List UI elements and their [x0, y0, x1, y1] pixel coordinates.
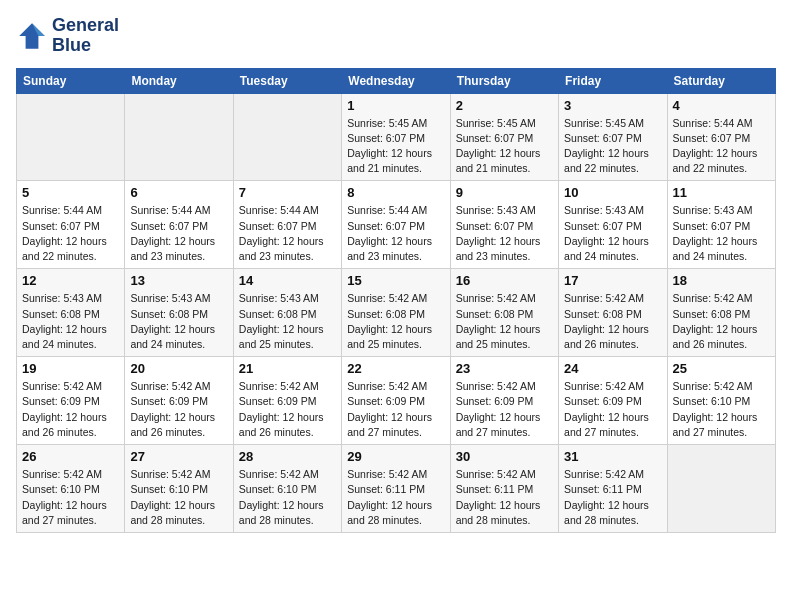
- day-info: Sunrise: 5:42 AM Sunset: 6:11 PM Dayligh…: [456, 467, 553, 528]
- day-info: Sunrise: 5:44 AM Sunset: 6:07 PM Dayligh…: [239, 203, 336, 264]
- day-number: 31: [564, 449, 661, 464]
- day-number: 2: [456, 98, 553, 113]
- day-number: 27: [130, 449, 227, 464]
- calendar-cell: 30Sunrise: 5:42 AM Sunset: 6:11 PM Dayli…: [450, 445, 558, 533]
- day-info: Sunrise: 5:42 AM Sunset: 6:08 PM Dayligh…: [564, 291, 661, 352]
- column-header-sunday: Sunday: [17, 68, 125, 93]
- day-info: Sunrise: 5:43 AM Sunset: 6:08 PM Dayligh…: [22, 291, 119, 352]
- day-info: Sunrise: 5:45 AM Sunset: 6:07 PM Dayligh…: [347, 116, 444, 177]
- day-info: Sunrise: 5:44 AM Sunset: 6:07 PM Dayligh…: [347, 203, 444, 264]
- calendar-week-row: 1Sunrise: 5:45 AM Sunset: 6:07 PM Daylig…: [17, 93, 776, 181]
- page-header: General Blue: [16, 16, 776, 56]
- day-info: Sunrise: 5:43 AM Sunset: 6:07 PM Dayligh…: [456, 203, 553, 264]
- day-number: 17: [564, 273, 661, 288]
- day-number: 14: [239, 273, 336, 288]
- calendar-cell: 5Sunrise: 5:44 AM Sunset: 6:07 PM Daylig…: [17, 181, 125, 269]
- day-number: 26: [22, 449, 119, 464]
- calendar-cell: [125, 93, 233, 181]
- day-info: Sunrise: 5:42 AM Sunset: 6:08 PM Dayligh…: [456, 291, 553, 352]
- day-info: Sunrise: 5:43 AM Sunset: 6:07 PM Dayligh…: [673, 203, 770, 264]
- day-number: 1: [347, 98, 444, 113]
- calendar-cell: 12Sunrise: 5:43 AM Sunset: 6:08 PM Dayli…: [17, 269, 125, 357]
- day-info: Sunrise: 5:43 AM Sunset: 6:07 PM Dayligh…: [564, 203, 661, 264]
- calendar-cell: 25Sunrise: 5:42 AM Sunset: 6:10 PM Dayli…: [667, 357, 775, 445]
- calendar-cell: 22Sunrise: 5:42 AM Sunset: 6:09 PM Dayli…: [342, 357, 450, 445]
- calendar-cell: 31Sunrise: 5:42 AM Sunset: 6:11 PM Dayli…: [559, 445, 667, 533]
- calendar-cell: 1Sunrise: 5:45 AM Sunset: 6:07 PM Daylig…: [342, 93, 450, 181]
- day-number: 19: [22, 361, 119, 376]
- calendar-header-row: SundayMondayTuesdayWednesdayThursdayFrid…: [17, 68, 776, 93]
- day-info: Sunrise: 5:43 AM Sunset: 6:08 PM Dayligh…: [239, 291, 336, 352]
- calendar-cell: 23Sunrise: 5:42 AM Sunset: 6:09 PM Dayli…: [450, 357, 558, 445]
- calendar-cell: 18Sunrise: 5:42 AM Sunset: 6:08 PM Dayli…: [667, 269, 775, 357]
- day-info: Sunrise: 5:42 AM Sunset: 6:09 PM Dayligh…: [564, 379, 661, 440]
- day-info: Sunrise: 5:45 AM Sunset: 6:07 PM Dayligh…: [456, 116, 553, 177]
- column-header-thursday: Thursday: [450, 68, 558, 93]
- calendar-cell: 14Sunrise: 5:43 AM Sunset: 6:08 PM Dayli…: [233, 269, 341, 357]
- day-info: Sunrise: 5:42 AM Sunset: 6:09 PM Dayligh…: [22, 379, 119, 440]
- calendar-cell: 29Sunrise: 5:42 AM Sunset: 6:11 PM Dayli…: [342, 445, 450, 533]
- calendar-cell: 17Sunrise: 5:42 AM Sunset: 6:08 PM Dayli…: [559, 269, 667, 357]
- day-info: Sunrise: 5:42 AM Sunset: 6:10 PM Dayligh…: [130, 467, 227, 528]
- day-number: 16: [456, 273, 553, 288]
- day-number: 8: [347, 185, 444, 200]
- day-info: Sunrise: 5:42 AM Sunset: 6:10 PM Dayligh…: [673, 379, 770, 440]
- day-number: 22: [347, 361, 444, 376]
- day-number: 10: [564, 185, 661, 200]
- day-number: 21: [239, 361, 336, 376]
- day-info: Sunrise: 5:42 AM Sunset: 6:08 PM Dayligh…: [347, 291, 444, 352]
- day-number: 5: [22, 185, 119, 200]
- calendar-cell: 9Sunrise: 5:43 AM Sunset: 6:07 PM Daylig…: [450, 181, 558, 269]
- calendar-cell: 13Sunrise: 5:43 AM Sunset: 6:08 PM Dayli…: [125, 269, 233, 357]
- day-number: 12: [22, 273, 119, 288]
- day-number: 6: [130, 185, 227, 200]
- day-number: 25: [673, 361, 770, 376]
- day-info: Sunrise: 5:42 AM Sunset: 6:11 PM Dayligh…: [347, 467, 444, 528]
- calendar-cell: 26Sunrise: 5:42 AM Sunset: 6:10 PM Dayli…: [17, 445, 125, 533]
- column-header-friday: Friday: [559, 68, 667, 93]
- day-number: 13: [130, 273, 227, 288]
- column-header-wednesday: Wednesday: [342, 68, 450, 93]
- day-info: Sunrise: 5:42 AM Sunset: 6:09 PM Dayligh…: [456, 379, 553, 440]
- day-number: 11: [673, 185, 770, 200]
- day-number: 3: [564, 98, 661, 113]
- day-number: 4: [673, 98, 770, 113]
- day-number: 24: [564, 361, 661, 376]
- calendar-cell: 27Sunrise: 5:42 AM Sunset: 6:10 PM Dayli…: [125, 445, 233, 533]
- day-number: 29: [347, 449, 444, 464]
- calendar-cell: 11Sunrise: 5:43 AM Sunset: 6:07 PM Dayli…: [667, 181, 775, 269]
- calendar-cell: 16Sunrise: 5:42 AM Sunset: 6:08 PM Dayli…: [450, 269, 558, 357]
- calendar-week-row: 19Sunrise: 5:42 AM Sunset: 6:09 PM Dayli…: [17, 357, 776, 445]
- logo-icon: [16, 20, 48, 52]
- day-info: Sunrise: 5:44 AM Sunset: 6:07 PM Dayligh…: [22, 203, 119, 264]
- calendar-cell: 28Sunrise: 5:42 AM Sunset: 6:10 PM Dayli…: [233, 445, 341, 533]
- day-info: Sunrise: 5:45 AM Sunset: 6:07 PM Dayligh…: [564, 116, 661, 177]
- day-info: Sunrise: 5:44 AM Sunset: 6:07 PM Dayligh…: [130, 203, 227, 264]
- calendar-week-row: 5Sunrise: 5:44 AM Sunset: 6:07 PM Daylig…: [17, 181, 776, 269]
- day-number: 18: [673, 273, 770, 288]
- day-number: 28: [239, 449, 336, 464]
- day-number: 23: [456, 361, 553, 376]
- calendar-table: SundayMondayTuesdayWednesdayThursdayFrid…: [16, 68, 776, 533]
- day-info: Sunrise: 5:42 AM Sunset: 6:11 PM Dayligh…: [564, 467, 661, 528]
- calendar-cell: 2Sunrise: 5:45 AM Sunset: 6:07 PM Daylig…: [450, 93, 558, 181]
- calendar-cell: 24Sunrise: 5:42 AM Sunset: 6:09 PM Dayli…: [559, 357, 667, 445]
- column-header-tuesday: Tuesday: [233, 68, 341, 93]
- calendar-cell: 20Sunrise: 5:42 AM Sunset: 6:09 PM Dayli…: [125, 357, 233, 445]
- day-number: 30: [456, 449, 553, 464]
- day-info: Sunrise: 5:42 AM Sunset: 6:09 PM Dayligh…: [347, 379, 444, 440]
- calendar-cell: 19Sunrise: 5:42 AM Sunset: 6:09 PM Dayli…: [17, 357, 125, 445]
- day-info: Sunrise: 5:42 AM Sunset: 6:09 PM Dayligh…: [239, 379, 336, 440]
- calendar-cell: 10Sunrise: 5:43 AM Sunset: 6:07 PM Dayli…: [559, 181, 667, 269]
- calendar-cell: [667, 445, 775, 533]
- calendar-cell: 6Sunrise: 5:44 AM Sunset: 6:07 PM Daylig…: [125, 181, 233, 269]
- logo-text: General Blue: [52, 16, 119, 56]
- logo: General Blue: [16, 16, 119, 56]
- day-number: 20: [130, 361, 227, 376]
- calendar-cell: 21Sunrise: 5:42 AM Sunset: 6:09 PM Dayli…: [233, 357, 341, 445]
- column-header-monday: Monday: [125, 68, 233, 93]
- calendar-cell: 3Sunrise: 5:45 AM Sunset: 6:07 PM Daylig…: [559, 93, 667, 181]
- day-info: Sunrise: 5:42 AM Sunset: 6:10 PM Dayligh…: [22, 467, 119, 528]
- calendar-week-row: 12Sunrise: 5:43 AM Sunset: 6:08 PM Dayli…: [17, 269, 776, 357]
- calendar-cell: 7Sunrise: 5:44 AM Sunset: 6:07 PM Daylig…: [233, 181, 341, 269]
